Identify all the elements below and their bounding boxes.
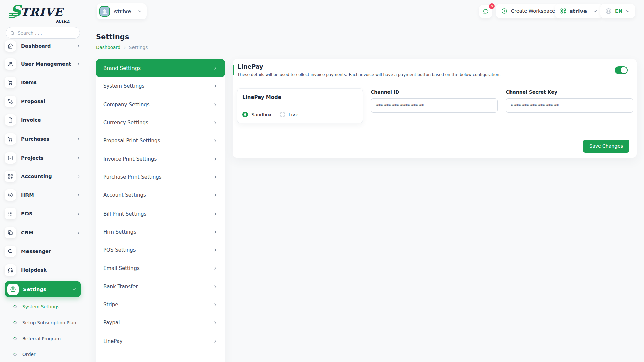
menu-item-label: Bank Transfer [103, 284, 138, 290]
bullet-icon [13, 336, 17, 341]
logo-speed-lines [9, 13, 19, 18]
chevron-right-icon [213, 248, 218, 252]
divider [237, 107, 363, 107]
sidebar-item-pos[interactable]: POS [5, 208, 81, 219]
menu-item-pos-settings[interactable]: POS Settings [96, 241, 225, 259]
sidebar-item-label: CRM [21, 230, 33, 235]
sidebar-item-messenger[interactable]: Messenger [5, 246, 81, 257]
menu-item-proposal-print-settings[interactable]: Proposal Print Settings [96, 132, 225, 150]
breadcrumb-dashboard-link[interactable]: Dashboard [96, 45, 120, 50]
sidebar-item-label: POS [21, 211, 32, 216]
workspace-selector[interactable]: strive [555, 4, 602, 18]
sidebar-subitem-system-settings[interactable]: System Settings [13, 303, 80, 310]
workspace-chip-label: strive [114, 8, 131, 15]
chevron-right-icon [76, 44, 81, 49]
check-square-icon [5, 152, 16, 164]
chevron-right-icon [76, 230, 81, 235]
menu-item-hrm-settings[interactable]: Hrm Settings [96, 223, 225, 241]
sidebar-item-label: Projects [21, 155, 44, 161]
menu-item-stripe[interactable]: Stripe [96, 296, 225, 314]
linepay-panel: LinePay These details will be used to co… [233, 59, 637, 158]
grid-plus-icon [560, 8, 567, 14]
language-selector[interactable]: EN [600, 4, 635, 18]
user-focus-icon [5, 189, 16, 201]
sidebar-subitem-referral-program[interactable]: Referral Program [13, 335, 80, 342]
sidebar-item-invoice[interactable]: Invoice [5, 114, 81, 126]
radio-live[interactable]: Live [280, 112, 299, 117]
chevron-right-icon [76, 62, 81, 67]
language-label: EN [615, 8, 622, 14]
menu-item-linepay[interactable]: LinePay [96, 332, 225, 350]
create-workspace-button[interactable]: Create Workspace [496, 4, 560, 18]
menu-item-paypal[interactable]: Paypal [96, 314, 225, 332]
sidebar-item-proposal[interactable]: Proposal [5, 96, 81, 107]
page-title: Settings [96, 33, 129, 41]
channel-id-label: Channel ID [371, 89, 399, 95]
sidebar-subitem-setup-subscription-plan[interactable]: Setup Subscription Plan [13, 319, 80, 326]
search-input[interactable] [18, 30, 76, 36]
radio-unchecked-icon [280, 112, 285, 117]
sidebar-item-user-management[interactable]: User Management [5, 58, 81, 70]
radio-label: Live [289, 112, 299, 117]
sidebar-item-hrm[interactable]: HRM [5, 189, 81, 201]
sidebar-subitem-label: Referral Program [22, 336, 61, 341]
search-box[interactable] [6, 27, 80, 39]
menu-item-system-settings[interactable]: System Settings [96, 77, 225, 95]
panel-title: LinePay [237, 63, 263, 70]
menu-item-label: POS Settings [103, 247, 136, 253]
radio-checked-icon [242, 112, 248, 117]
radio-sandbox[interactable]: Sandbox [242, 112, 272, 117]
sidebar-item-crm[interactable]: CRM [5, 227, 81, 238]
sidebar-subitem-order[interactable]: Order [13, 351, 80, 358]
menu-item-label: System Settings [103, 83, 144, 89]
sidebar-item-purchases[interactable]: Purchases [5, 133, 81, 145]
toggle-knob [621, 67, 627, 73]
sidebar-item-items[interactable]: Items [5, 77, 81, 88]
notification-badge: 0 [489, 3, 495, 9]
sidebar-item-accounting[interactable]: Accounting [5, 171, 81, 182]
sidebar-item-label: Purchases [21, 136, 49, 142]
chevron-right-icon [213, 66, 218, 71]
menu-item-currency-settings[interactable]: Currency Settings [96, 114, 225, 132]
menu-item-company-settings[interactable]: Company Settings [96, 96, 225, 114]
menu-item-account-settings[interactable]: Account Settings [96, 186, 225, 204]
workspace-chip[interactable]: strive [97, 3, 147, 19]
chevron-right-icon [213, 339, 218, 344]
sidebar-item-settings[interactable]: Settings [5, 281, 81, 297]
breadcrumb-separator: › [124, 45, 126, 50]
chevron-right-icon [213, 102, 218, 107]
plus-circle-icon [501, 8, 508, 14]
linepay-enabled-toggle[interactable] [615, 66, 628, 74]
dots-grid-icon [5, 208, 16, 219]
menu-item-purchase-print-settings[interactable]: Purchase Print Settings [96, 168, 225, 186]
save-changes-button[interactable]: Save Changes [583, 140, 629, 153]
channel-id-input[interactable] [371, 98, 498, 113]
sidebar-item-dashboard[interactable]: Dashboard [5, 40, 81, 52]
copy-icon [5, 227, 16, 238]
menu-item-label: Paypal [103, 320, 120, 326]
logo-text: TRIVE [20, 5, 63, 19]
channel-secret-key-input[interactable] [506, 98, 633, 113]
menu-item-label: Purchase Print Settings [103, 174, 162, 180]
bullet-icon [13, 304, 17, 309]
globe-icon [605, 8, 612, 15]
menu-item-label: Invoice Print Settings [103, 156, 157, 162]
notifications-button[interactable]: 0 [479, 5, 492, 18]
menu-item-bill-print-settings[interactable]: Bill Print Settings [96, 205, 225, 223]
chevron-right-icon [213, 193, 218, 197]
menu-item-email-settings[interactable]: Email Settings [96, 259, 225, 278]
chevron-down-icon [625, 9, 630, 14]
sidebar-item-projects[interactable]: Projects [5, 152, 81, 164]
channel-secret-key-label: Channel Secret Key [506, 89, 557, 95]
gear-icon [7, 284, 19, 295]
menu-item-label: Account Settings [103, 192, 146, 198]
menu-item-label: Brand Settings [103, 65, 141, 71]
chevron-down-icon [593, 9, 598, 14]
mode-title: LinePay Mode [242, 94, 281, 100]
sidebar-subitem-label: Setup Subscription Plan [22, 320, 76, 325]
menu-item-invoice-print-settings[interactable]: Invoice Print Settings [96, 150, 225, 168]
sidebar-item-helpdesk[interactable]: Helpdesk [5, 264, 81, 276]
chevron-right-icon [213, 266, 218, 271]
menu-item-brand-settings[interactable]: Brand Settings [96, 59, 225, 77]
menu-item-bank-transfer[interactable]: Bank Transfer [96, 278, 225, 296]
